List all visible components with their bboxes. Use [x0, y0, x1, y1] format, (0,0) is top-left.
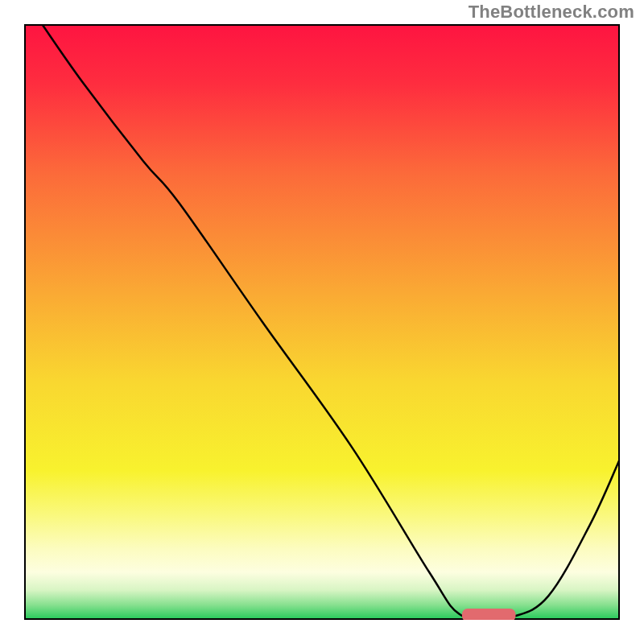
chart-svg: [24, 24, 620, 620]
gradient-background: [24, 24, 620, 620]
chart-container: TheBottleneck.com: [0, 0, 644, 644]
optimal-range-marker: [462, 609, 516, 620]
plot-area: [24, 24, 620, 620]
watermark-text: TheBottleneck.com: [469, 2, 634, 23]
